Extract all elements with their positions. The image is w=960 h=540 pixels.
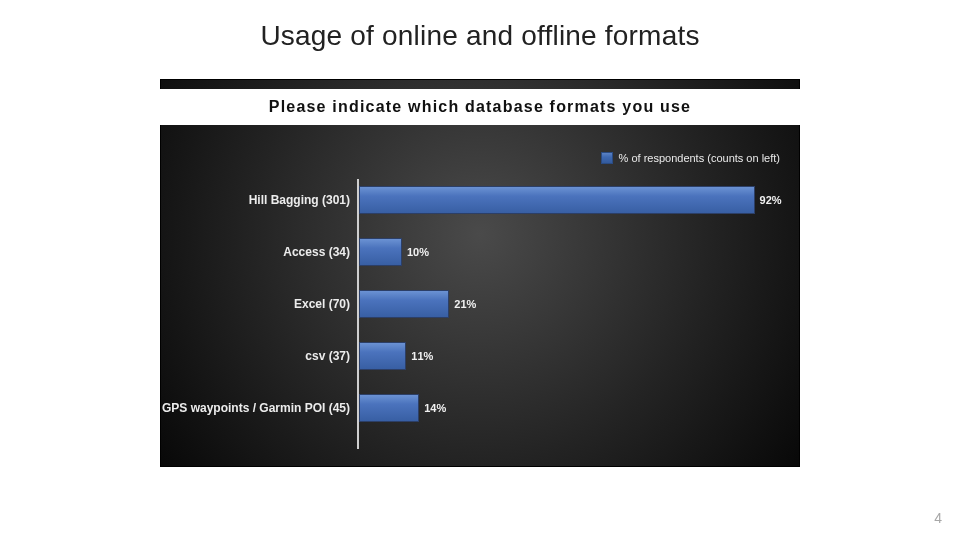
- value-label: 21%: [454, 287, 476, 321]
- category-label: Access (34): [283, 235, 350, 269]
- chart-title: Please indicate which database formats y…: [160, 89, 800, 125]
- bar: [359, 342, 406, 370]
- value-label: 10%: [407, 235, 429, 269]
- chart-panel: Please indicate which database formats y…: [160, 79, 800, 467]
- value-label: 92%: [760, 183, 782, 217]
- category-label: GPS waypoints / Garmin POI (45): [162, 391, 350, 425]
- bar: [359, 238, 402, 266]
- bar-row: GPS waypoints / Garmin POI (45) 14%: [358, 391, 788, 425]
- category-label: Hill Bagging (301): [249, 183, 350, 217]
- legend-swatch-icon: [601, 152, 613, 164]
- page-title: Usage of online and offline formats: [0, 20, 960, 52]
- bar-row: Access (34) 10%: [358, 235, 788, 269]
- bar: [359, 186, 755, 214]
- category-label: Excel (70): [294, 287, 350, 321]
- legend: % of respondents (counts on left): [601, 152, 780, 164]
- bar-row: csv (37) 11%: [358, 339, 788, 373]
- legend-label: % of respondents (counts on left): [619, 152, 780, 164]
- bar: [359, 290, 449, 318]
- bar-row: Hill Bagging (301) 92%: [358, 183, 788, 217]
- category-label: csv (37): [305, 339, 350, 373]
- value-label: 14%: [424, 391, 446, 425]
- plot-area: Hill Bagging (301) 92% Access (34) 10% E…: [358, 179, 788, 449]
- bar-row: Excel (70) 21%: [358, 287, 788, 321]
- bar: [359, 394, 419, 422]
- value-label: 11%: [411, 339, 433, 373]
- page-number: 4: [934, 510, 942, 526]
